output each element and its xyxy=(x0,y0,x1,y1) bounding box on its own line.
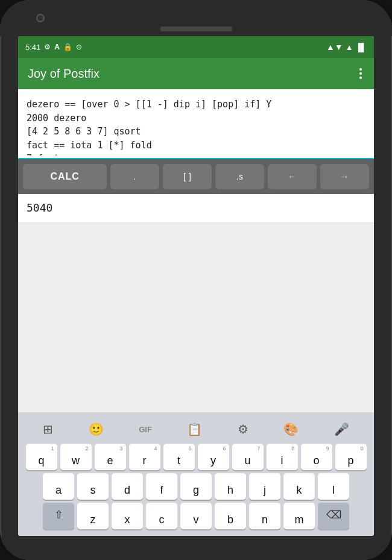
dot1 xyxy=(359,68,362,71)
keyboard-row-2: a s d f g h j k l xyxy=(21,473,371,500)
left-arrow-button[interactable]: ← xyxy=(268,164,317,189)
input-area[interactable]: dezero == [over 0 > [[1 -] dip i] [pop] … xyxy=(18,89,374,159)
key-n[interactable]: n xyxy=(249,503,280,529)
dot2 xyxy=(359,72,362,75)
key-t[interactable]: 5t xyxy=(163,444,195,470)
clipboard-button[interactable]: 📋 xyxy=(182,420,207,439)
signal-icon: ▲▼ xyxy=(326,42,343,52)
sticker-button[interactable]: 🙂 xyxy=(84,420,109,439)
gif-button[interactable]: GIF xyxy=(134,420,157,439)
code-input[interactable]: dezero == [over 0 > [[1 -] dip i] [pop] … xyxy=(18,89,374,156)
settings-icon: ⚙ xyxy=(44,43,51,51)
status-left: 5:41 ⚙ A 🔒 ⊙ xyxy=(25,43,82,52)
app-header: Joy of Postfix xyxy=(18,58,374,89)
key-o[interactable]: 9o xyxy=(301,444,332,470)
key-c[interactable]: c xyxy=(146,503,177,529)
keyboard-toolbar: ⊞ 🙂 GIF 📋 ⚙ 🎨 🎤 xyxy=(21,417,371,444)
key-x[interactable]: x xyxy=(112,503,143,529)
settings-kb-button[interactable]: ⚙ xyxy=(233,420,253,439)
key-r[interactable]: 4r xyxy=(129,444,160,470)
dot3 xyxy=(359,77,362,79)
key-d[interactable]: d xyxy=(112,473,143,500)
keyboard-row-1: 1q 2w 3e 4r 5t 6y 7u 8i 9o 0p xyxy=(21,444,371,470)
mic-button[interactable]: 🎤 xyxy=(329,420,354,439)
key-m[interactable]: m xyxy=(283,503,315,529)
key-j[interactable]: j xyxy=(249,473,280,500)
key-s[interactable]: s xyxy=(77,473,109,500)
status-time: 5:41 xyxy=(25,43,40,52)
a-icon: A xyxy=(54,43,60,51)
key-i[interactable]: 8i xyxy=(267,444,298,470)
keyboard: ⊞ 🙂 GIF 📋 ⚙ 🎨 🎤 1q 2w 3e 4r 5t 6y 7u 8i … xyxy=(18,412,374,536)
theme-button[interactable]: 🎨 xyxy=(279,420,303,439)
phone-top-bar xyxy=(0,0,392,36)
brackets-button[interactable]: [ ] xyxy=(163,164,212,189)
key-g[interactable]: g xyxy=(180,473,212,500)
output-value: 5040 xyxy=(27,201,52,214)
empty-space xyxy=(18,223,374,412)
dots-button[interactable]: .s xyxy=(215,164,264,189)
key-z[interactable]: z xyxy=(77,503,109,529)
status-bar: 5:41 ⚙ A 🔒 ⊙ ▲▼ ▲ ▐▌ xyxy=(18,36,374,58)
speaker xyxy=(160,27,232,31)
key-u[interactable]: 7u xyxy=(232,444,264,470)
key-v[interactable]: v xyxy=(180,503,212,529)
screen: 5:41 ⚙ A 🔒 ⊙ ▲▼ ▲ ▐▌ Joy of Postfix d xyxy=(18,36,374,536)
calc-button[interactable]: CALC xyxy=(23,164,107,189)
key-b[interactable]: b xyxy=(215,503,246,529)
emoji-grid-button[interactable]: ⊞ xyxy=(38,420,58,439)
backspace-button[interactable]: ⌫ xyxy=(318,503,349,529)
circle-icon: ⊙ xyxy=(76,43,82,51)
phone-frame: 5:41 ⚙ A 🔒 ⊙ ▲▼ ▲ ▐▌ Joy of Postfix d xyxy=(0,0,392,560)
right-arrow-button[interactable]: → xyxy=(320,164,369,189)
shift-button[interactable]: ⇧ xyxy=(43,503,74,529)
key-f[interactable]: f xyxy=(146,473,177,500)
key-p[interactable]: 0p xyxy=(335,444,367,470)
wifi-icon: ▲ xyxy=(346,43,353,52)
key-k[interactable]: k xyxy=(283,473,315,500)
app-title: Joy of Postfix xyxy=(28,67,100,81)
output-area: 5040 xyxy=(18,194,374,223)
key-a[interactable]: a xyxy=(43,473,74,500)
camera xyxy=(36,14,45,22)
key-y[interactable]: 6y xyxy=(198,444,229,470)
key-h[interactable]: h xyxy=(215,473,246,500)
dot-button[interactable]: . xyxy=(110,164,159,189)
key-l[interactable]: l xyxy=(318,473,349,500)
lock-icon: 🔒 xyxy=(63,43,72,51)
battery-icon: ▐▌ xyxy=(356,43,367,52)
keyboard-row-3: ⇧ z x c v b n m ⌫ xyxy=(21,503,371,529)
menu-button[interactable] xyxy=(357,66,364,81)
phone-bottom-bar xyxy=(0,536,392,560)
key-q[interactable]: 1q xyxy=(26,444,57,470)
button-row: CALC . [ ] .s ← → xyxy=(18,159,374,194)
key-w[interactable]: 2w xyxy=(60,444,92,470)
key-e[interactable]: 3e xyxy=(95,444,126,470)
status-right: ▲▼ ▲ ▐▌ xyxy=(326,42,367,52)
